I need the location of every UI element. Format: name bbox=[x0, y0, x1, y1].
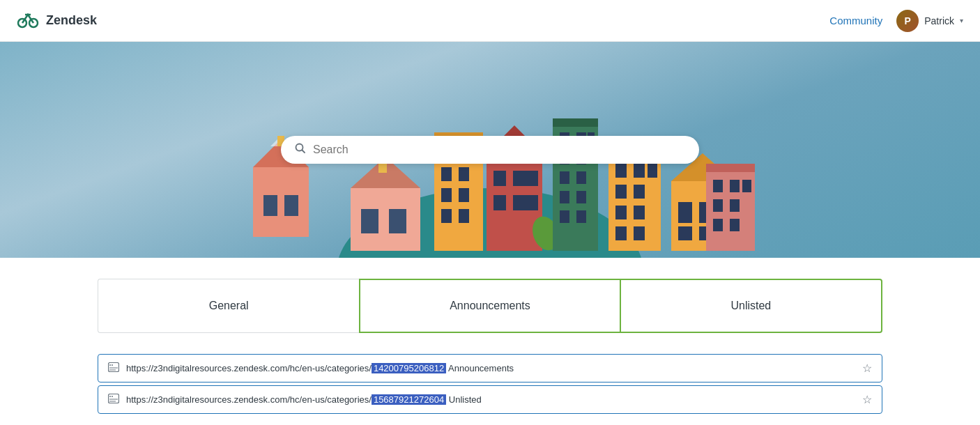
svg-rect-12 bbox=[361, 209, 378, 233]
svg-rect-52 bbox=[634, 164, 645, 178]
svg-point-84 bbox=[109, 396, 111, 397]
svg-point-85 bbox=[112, 396, 113, 397]
svg-rect-56 bbox=[615, 206, 627, 219]
avatar: P bbox=[896, 10, 919, 32]
svg-rect-43 bbox=[560, 171, 569, 184]
svg-point-79 bbox=[109, 364, 111, 366]
categories-grid: General Announcements Unlisted bbox=[98, 279, 882, 333]
category-label-general: General bbox=[209, 300, 249, 312]
svg-rect-70 bbox=[730, 180, 740, 192]
url-prefix-2: https://z3ndigitalresources.zendesk.com/… bbox=[126, 394, 372, 405]
search-input[interactable] bbox=[313, 144, 685, 156]
header-left: Zendesk bbox=[17, 9, 97, 33]
svg-rect-59 bbox=[634, 226, 645, 240]
hero-banner bbox=[0, 42, 980, 258]
svg-rect-74 bbox=[713, 219, 723, 231]
svg-rect-24 bbox=[459, 188, 469, 202]
svg-rect-13 bbox=[389, 209, 406, 233]
user-menu[interactable]: P Patrick ▾ bbox=[896, 10, 963, 32]
svg-rect-72 bbox=[713, 199, 723, 212]
svg-rect-55 bbox=[634, 185, 645, 199]
svg-rect-54 bbox=[615, 185, 627, 199]
category-card-general[interactable]: General bbox=[98, 279, 359, 333]
svg-rect-58 bbox=[615, 226, 627, 240]
avatar-initials: P bbox=[905, 15, 911, 26]
svg-rect-83 bbox=[109, 394, 119, 403]
url-prefix-1: https://z3ndigitalresources.zendesk.com/… bbox=[126, 363, 372, 373]
search-icon bbox=[295, 143, 306, 157]
svg-rect-23 bbox=[441, 188, 452, 202]
community-link[interactable]: Community bbox=[829, 15, 882, 26]
star-icon-1[interactable]: ☆ bbox=[862, 362, 872, 375]
svg-rect-7 bbox=[284, 195, 298, 216]
svg-rect-45 bbox=[560, 191, 569, 203]
url-text-1: https://z3ndigitalresources.zendesk.com/… bbox=[126, 363, 855, 373]
url-suffix-2: Unlisted bbox=[449, 394, 482, 405]
chevron-down-icon: ▾ bbox=[960, 17, 963, 24]
svg-rect-62 bbox=[678, 202, 692, 223]
svg-rect-22 bbox=[459, 167, 469, 181]
category-label-unlisted: Unlisted bbox=[730, 300, 771, 312]
user-name: Patrick bbox=[924, 15, 954, 26]
svg-rect-37 bbox=[553, 118, 598, 127]
url-id-1: 14200795206812 bbox=[372, 363, 446, 373]
categories-section: General Announcements Unlisted bbox=[0, 258, 980, 354]
svg-rect-26 bbox=[459, 209, 469, 223]
svg-rect-34 bbox=[526, 195, 538, 210]
url-icon-2 bbox=[108, 394, 119, 405]
url-rows: https://z3ndigitalresources.zendesk.com/… bbox=[0, 354, 980, 414]
search-container bbox=[281, 136, 699, 164]
url-text-2: https://z3ndigitalresources.zendesk.com/… bbox=[126, 394, 855, 405]
svg-rect-25 bbox=[441, 209, 452, 223]
svg-rect-57 bbox=[634, 206, 645, 219]
svg-rect-32 bbox=[493, 195, 506, 210]
svg-rect-68 bbox=[706, 164, 755, 172]
category-card-unlisted[interactable]: Unlisted bbox=[621, 279, 882, 333]
svg-rect-69 bbox=[713, 180, 723, 192]
main-header: Zendesk Community P Patrick ▾ bbox=[0, 0, 980, 42]
svg-rect-47 bbox=[560, 210, 569, 223]
star-icon-2[interactable]: ☆ bbox=[862, 393, 872, 406]
svg-rect-78 bbox=[109, 363, 119, 372]
logo-icon bbox=[17, 9, 39, 33]
svg-rect-65 bbox=[678, 226, 692, 240]
svg-rect-51 bbox=[615, 164, 627, 178]
svg-rect-21 bbox=[441, 167, 452, 181]
svg-rect-30 bbox=[513, 171, 526, 186]
url-icon-1 bbox=[108, 362, 119, 374]
svg-rect-46 bbox=[576, 191, 586, 203]
svg-rect-75 bbox=[730, 219, 740, 231]
category-card-announcements[interactable]: Announcements bbox=[359, 279, 620, 333]
url-suffix-1: Announcements bbox=[448, 363, 514, 373]
svg-rect-44 bbox=[576, 171, 586, 184]
url-row-unlisted[interactable]: https://z3ndigitalresources.zendesk.com/… bbox=[98, 385, 882, 414]
svg-point-2 bbox=[27, 13, 29, 15]
search-bar bbox=[281, 136, 699, 164]
header-right: Community P Patrick ▾ bbox=[829, 10, 963, 32]
svg-rect-71 bbox=[742, 180, 751, 192]
svg-rect-33 bbox=[513, 195, 526, 210]
svg-rect-53 bbox=[648, 164, 657, 178]
svg-point-80 bbox=[112, 364, 113, 366]
svg-rect-4 bbox=[253, 167, 309, 237]
url-row-announcements[interactable]: https://z3ndigitalresources.zendesk.com/… bbox=[98, 354, 882, 382]
svg-rect-73 bbox=[730, 199, 740, 212]
svg-line-77 bbox=[303, 150, 305, 153]
url-id-2: 15687921272604 bbox=[372, 394, 446, 405]
svg-rect-29 bbox=[493, 171, 506, 186]
category-label-announcements: Announcements bbox=[450, 300, 530, 312]
svg-rect-48 bbox=[576, 210, 586, 223]
svg-rect-31 bbox=[526, 171, 538, 186]
logo-text: Zendesk bbox=[46, 13, 97, 28]
svg-rect-6 bbox=[263, 195, 277, 216]
